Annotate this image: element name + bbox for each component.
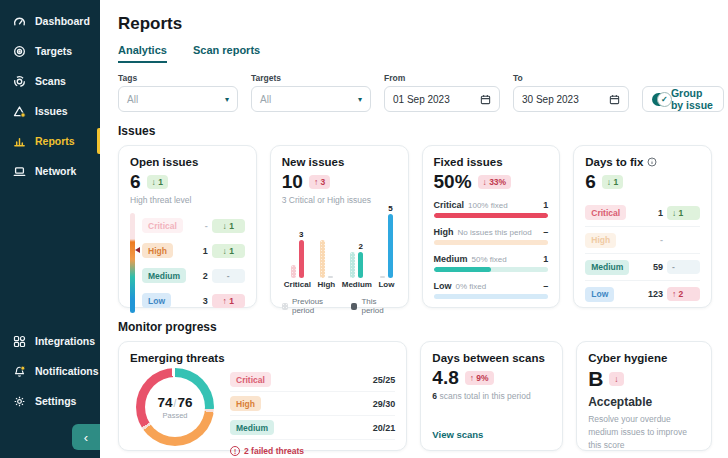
bar-low-previous	[380, 276, 385, 278]
monitor-section-title: Monitor progress	[118, 320, 712, 334]
scan-count-text: scans total in this period	[439, 391, 530, 401]
days-to-fix-title: Days to fix	[585, 156, 643, 168]
days-to-fix-value: 6	[585, 171, 596, 193]
chart-legend: Previous period This period	[282, 297, 397, 315]
row-label: Critical	[434, 200, 465, 210]
days-between-scans-delta-badge: ↑ 9%	[465, 371, 494, 385]
sidebar-item-label: Network	[35, 165, 76, 177]
info-icon[interactable]	[647, 157, 657, 167]
calendar-icon[interactable]	[480, 94, 491, 105]
sidebar-nav: Dashboard Targets Scans Issues Reports N…	[0, 0, 100, 186]
table-row: Low 123 ↑ 2	[585, 280, 700, 307]
legend-previous-period-icon	[282, 303, 288, 310]
sidebar-item-notifications[interactable]: Notifications	[0, 356, 100, 386]
row-value: 1	[196, 246, 208, 256]
sidebar-item-label: Scans	[35, 75, 66, 87]
view-scans-link[interactable]: View scans	[432, 429, 483, 440]
issues-section-title: Issues	[118, 124, 712, 138]
bar-value-label: 5	[388, 204, 392, 214]
targets-filter-select[interactable]: All ▾	[251, 86, 371, 112]
from-date-label: From	[384, 73, 500, 83]
row-delta-badge: ↑ 1	[212, 294, 245, 308]
severity-badge-low: Low	[585, 287, 614, 302]
table-row: Medium 20/21	[230, 416, 395, 440]
to-date-input[interactable]: 30 Sep 2023	[513, 86, 629, 112]
group-by-issue-toggle[interactable]: ✓ Group by issue	[642, 86, 724, 112]
laptop-icon	[13, 165, 26, 178]
tab-bar: Analytics Scan reports	[118, 44, 712, 63]
row-value: 25/25	[373, 375, 396, 385]
apps-grid-icon	[13, 335, 26, 348]
row-delta-badge: -	[667, 260, 700, 274]
calendar-icon[interactable]	[609, 94, 620, 105]
fixed-issues-card: Fixed issues 50% ↓ 33% Critical 100% fix…	[422, 145, 561, 308]
severity-badge-medium: Medium	[585, 260, 629, 275]
sidebar-item-scans[interactable]: Scans	[0, 66, 100, 96]
fixed-issues-title: Fixed issues	[434, 156, 549, 168]
emerging-threats-card: Emerging threats 74/76 Passed Critical 2…	[118, 341, 407, 451]
cyber-hygiene-card: Cyber hygiene B ↓ Acceptable Resolve you…	[576, 341, 712, 451]
tags-filter-select[interactable]: All ▾	[118, 86, 238, 112]
failed-threats-label: 2 failed threats	[244, 446, 304, 456]
sidebar-item-network[interactable]: Network	[0, 156, 100, 186]
row-value: 59	[645, 262, 663, 272]
to-date-value: 30 Sep 2023	[522, 94, 579, 105]
from-date-input[interactable]: 01 Sep 2023	[384, 86, 500, 112]
tab-scan-reports[interactable]: Scan reports	[193, 44, 260, 63]
x-axis-label: Medium	[342, 280, 372, 289]
severity-badge-low: Low	[142, 293, 171, 308]
severity-badge-critical: Critical	[585, 205, 626, 220]
sidebar-item-issues[interactable]: Issues	[0, 96, 100, 126]
table-row: Medium 2 -	[142, 263, 245, 288]
row-delta-badge: ↓ 1	[212, 244, 245, 258]
bar-high-previous	[320, 240, 325, 278]
progress-row-critical: Critical 100% fixed 1	[434, 200, 549, 218]
bar-value-label: 3	[299, 230, 303, 240]
total-count: 76	[177, 395, 192, 410]
row-value: –	[543, 227, 548, 237]
bar-group-high: High	[317, 230, 335, 289]
sidebar-item-label: Targets	[35, 45, 72, 57]
passed-label: Passed	[162, 411, 187, 420]
sidebar-item-reports[interactable]: Reports	[0, 126, 100, 156]
sidebar: Dashboard Targets Scans Issues Reports N…	[0, 0, 100, 458]
table-row: Low 3 ↑ 1	[142, 288, 245, 313]
days-between-scans-card: Days between scans 4.8 ↑ 9% 6 scans tota…	[420, 341, 563, 451]
chevron-down-icon: ▾	[225, 95, 229, 104]
target-icon	[13, 45, 26, 58]
bar-group-low: 5 Low	[378, 204, 394, 289]
sidebar-item-integrations[interactable]: Integrations	[0, 326, 100, 356]
severity-badge-high: High	[585, 233, 616, 248]
row-value: 2	[196, 271, 208, 281]
tags-filter-label: Tags	[118, 73, 238, 83]
sidebar-item-settings[interactable]: Settings	[0, 386, 100, 416]
row-label: Medium	[434, 254, 468, 264]
x-axis-label: High	[317, 280, 335, 289]
sidebar-item-label: Reports	[35, 135, 75, 147]
row-note: 0% fixed	[456, 282, 540, 291]
severity-badge-high: High	[230, 396, 261, 411]
bar-chart-icon	[13, 135, 26, 148]
sidebar-collapse-button[interactable]: ‹	[72, 424, 100, 450]
table-row: High -	[585, 226, 700, 253]
row-note: 50% fixed	[472, 255, 540, 264]
sidebar-item-label: Notifications	[35, 365, 99, 377]
open-issues-card: Open issues 6 ↓ 1 High threat level Crit…	[118, 145, 257, 308]
radar-scan-icon	[13, 75, 26, 88]
row-note: 100% fixed	[468, 201, 539, 210]
warning-triangle-icon	[13, 105, 26, 118]
cyber-hygiene-status: Acceptable	[588, 395, 700, 409]
main-content: Reports Analytics Scan reports Tags All …	[100, 0, 728, 458]
new-issues-delta-badge: ↑ 3	[309, 175, 330, 189]
sidebar-item-label: Issues	[35, 105, 68, 117]
row-value: –	[543, 281, 548, 291]
sidebar-item-dashboard[interactable]: Dashboard	[0, 6, 100, 36]
progress-row-low: Low 0% fixed –	[434, 281, 549, 299]
days-between-scans-value: 4.8	[432, 367, 458, 389]
row-delta-badge: ↑ 2	[667, 287, 700, 301]
sidebar-item-label: Integrations	[35, 335, 95, 347]
check-circle-icon: ✓	[657, 92, 672, 107]
tab-analytics[interactable]: Analytics	[118, 44, 167, 63]
failed-threats-note: ! 2 failed threats	[230, 446, 395, 456]
sidebar-item-targets[interactable]: Targets	[0, 36, 100, 66]
